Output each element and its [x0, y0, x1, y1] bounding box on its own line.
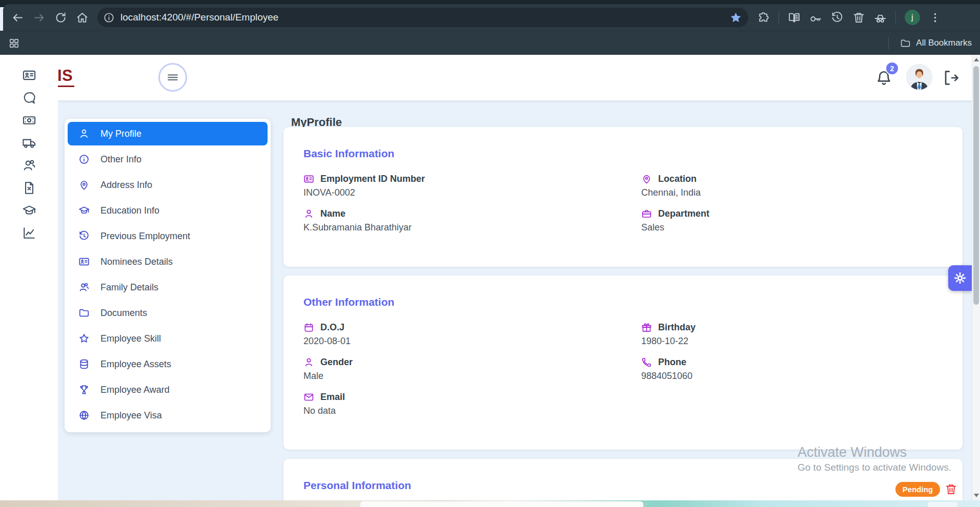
- folder-icon: [78, 307, 90, 319]
- phone-icon: [641, 357, 652, 368]
- logout-icon[interactable]: [942, 69, 960, 87]
- menu-item-employee-visa[interactable]: Employee Visa: [68, 404, 268, 427]
- calendar-icon: [303, 322, 314, 333]
- chart-icon[interactable]: [22, 226, 36, 240]
- app-logo: IS: [56, 67, 74, 87]
- gift-icon: [641, 322, 652, 333]
- settings-fab[interactable]: [948, 265, 972, 291]
- scrollbar-thumb[interactable]: [973, 66, 979, 305]
- user-avatar[interactable]: [907, 65, 932, 90]
- menu-item-previous-employment[interactable]: Previous Employment: [68, 224, 268, 248]
- menu-item-employee-assets[interactable]: Employee Assets: [68, 352, 268, 376]
- taskbar-search-edge: [360, 501, 643, 507]
- bookmarks-folder-icon: [900, 38, 911, 49]
- map-pin-icon: [78, 179, 90, 191]
- field-location: Location Chennai, India: [641, 174, 943, 198]
- url-text[interactable]: localhost:4200/#/Personal/Employee: [120, 12, 724, 23]
- activate-windows-watermark: Activate Windows: [798, 445, 907, 460]
- menu-item-label: Previous Employment: [100, 231, 190, 242]
- basic-information-fields: Employment ID Number INOVA-0002 Location…: [303, 174, 943, 233]
- field-value: Male: [303, 371, 641, 382]
- menu-item-label: Education Info: [100, 205, 159, 216]
- toolbar-divider: [779, 11, 779, 24]
- menu-item-family-details[interactable]: Family Details: [68, 276, 268, 299]
- site-info-icon[interactable]: [103, 12, 115, 24]
- users-icon[interactable]: [22, 158, 36, 173]
- briefcase-icon: [641, 208, 652, 219]
- status-badge: Pending: [895, 482, 940, 497]
- basic-information-heading: Basic Information: [303, 147, 943, 160]
- hamburger-icon: [165, 70, 180, 85]
- grad-cap-icon[interactable]: [22, 203, 36, 218]
- chat-icon[interactable]: [22, 91, 36, 105]
- taskbar-tray-edge: [928, 502, 957, 507]
- refresh-icon[interactable]: [54, 11, 67, 24]
- browser-profile-avatar[interactable]: j: [905, 10, 920, 25]
- forward-icon[interactable]: [33, 11, 46, 24]
- person-icon: [78, 128, 90, 139]
- id-card-icon: [78, 256, 90, 267]
- field-value: K.Subramania Bharathiyar: [303, 222, 641, 233]
- page-scrollbar[interactable]: [972, 55, 980, 500]
- history-icon[interactable]: [831, 11, 844, 24]
- incognito-icon[interactable]: [874, 11, 887, 24]
- file-x-icon[interactable]: [22, 181, 36, 195]
- field-phone: Phone 9884051060: [641, 357, 943, 382]
- other-information-card: Other Information D.O.J 2020-08-01 Birth…: [283, 276, 963, 450]
- sidebar-toggle-button[interactable]: [158, 63, 187, 92]
- menu-item-label: Employee Assets: [100, 359, 171, 370]
- person-icon: [303, 357, 314, 368]
- field-birthday: Birthday 1980-10-22: [641, 322, 943, 347]
- bookmark-star-icon[interactable]: [729, 11, 742, 24]
- menu-item-nominees-details[interactable]: Nominees Details: [68, 250, 268, 273]
- menu-item-employee-award[interactable]: Employee Award: [68, 378, 268, 402]
- scroll-up-arrow[interactable]: [974, 58, 979, 61]
- all-bookmarks-button[interactable]: All Bookmarks: [888, 37, 972, 49]
- menu-item-other-info[interactable]: Other Info: [68, 147, 268, 171]
- gear-icon: [953, 271, 967, 285]
- activate-windows-subtext: Go to Settings to activate Windows.: [798, 462, 951, 473]
- menu-item-documents[interactable]: Documents: [68, 301, 268, 325]
- menu-item-label: Address Info: [100, 180, 152, 191]
- browser-menu-icon[interactable]: [929, 11, 942, 24]
- id-card-icon[interactable]: [22, 68, 36, 82]
- menu-item-label: Employee Award: [100, 385, 170, 395]
- profile-menu: My Profile Other Info Address Info Educa…: [65, 119, 271, 432]
- menu-item-label: Nominees Details: [100, 257, 173, 267]
- menu-item-label: Employee Skill: [100, 333, 161, 344]
- clear-data-icon[interactable]: [852, 11, 865, 24]
- toolbar-divider: [895, 11, 896, 24]
- menu-item-education-info[interactable]: Education Info: [68, 199, 268, 222]
- home-icon[interactable]: [76, 11, 89, 24]
- reading-list-icon[interactable]: [788, 11, 801, 24]
- other-information-heading: Other Information: [303, 296, 943, 308]
- field-department: Department Sales: [641, 208, 943, 233]
- history-icon: [78, 230, 90, 242]
- menu-item-my-profile[interactable]: My Profile: [68, 122, 268, 145]
- info-icon: [78, 154, 90, 165]
- banknote-icon[interactable]: [22, 113, 36, 128]
- menu-item-label: Employee Visa: [100, 410, 162, 421]
- extensions-icon[interactable]: [757, 11, 770, 24]
- other-information-fields: D.O.J 2020-08-01 Birthday 1980-10-22 Gen…: [303, 322, 943, 416]
- truck-icon[interactable]: [22, 136, 36, 150]
- url-bar[interactable]: localhost:4200/#/Personal/Employee: [97, 8, 748, 27]
- back-icon[interactable]: [11, 11, 24, 24]
- delete-icon[interactable]: [945, 483, 957, 496]
- bookmarks-divider: [888, 37, 889, 49]
- notification-count-badge: 2: [885, 61, 899, 75]
- scroll-down-arrow[interactable]: [974, 494, 979, 497]
- apps-grid-icon[interactable]: [8, 37, 20, 49]
- menu-item-label: My Profile: [100, 129, 141, 139]
- field-value: No data: [303, 406, 641, 416]
- bookmarks-bar: All Bookmarks: [0, 31, 980, 55]
- personal-information-heading: Personal Information: [303, 479, 943, 492]
- app-header: IS 2: [58, 55, 972, 100]
- menu-item-address-info[interactable]: Address Info: [68, 173, 268, 197]
- grad-cap-icon: [78, 205, 90, 216]
- menu-item-employee-skill[interactable]: Employee Skill: [68, 327, 268, 350]
- passwords-icon[interactable]: [809, 11, 822, 24]
- database-icon: [78, 358, 90, 370]
- screen: localhost:4200/#/Personal/Employee j All…: [0, 0, 980, 507]
- person-icon: [303, 208, 314, 219]
